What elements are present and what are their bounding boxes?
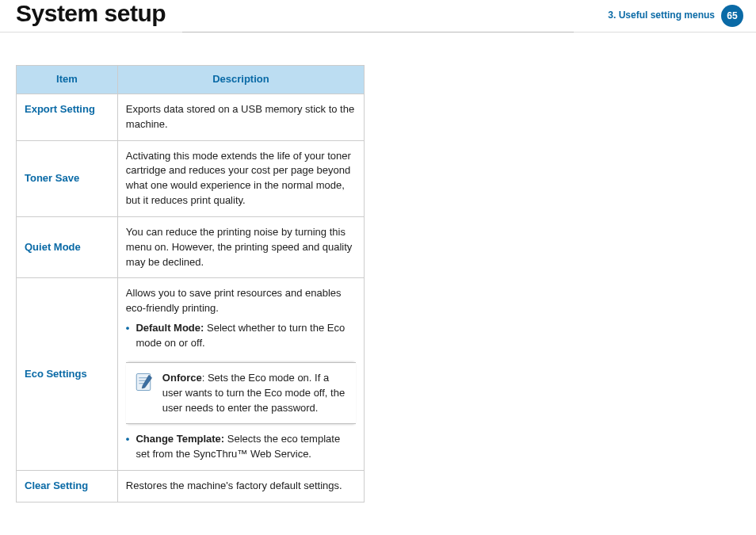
page-root: System setup 3. Useful setting menus 65 … — [0, 0, 756, 535]
table-row: Export Setting Exports data stored on a … — [17, 94, 365, 140]
item-cell-quiet: Quiet Mode — [17, 216, 118, 278]
table-row: Toner Save Activating this mode extends … — [17, 140, 365, 216]
eco-change-label: Change Template: — [136, 433, 224, 445]
item-cell-export: Export Setting — [17, 94, 118, 140]
desc-cell-toner: Activating this mode extends the life of… — [117, 140, 364, 216]
eco-bullet-default: • Default Mode: Select whether to turn t… — [126, 321, 356, 351]
col-header-description: Description — [117, 66, 364, 94]
eco-default-text: Default Mode: Select whether to turn the… — [136, 321, 356, 351]
eco-bullet-change: • Change Template: Selects the eco templ… — [126, 432, 356, 462]
table-row: Clear Setting Restores the machine's fac… — [17, 471, 365, 503]
header: System setup 3. Useful setting menus 65 — [0, 0, 756, 32]
eco-intro: Allows you to save print resources and e… — [126, 286, 356, 316]
page-number-badge: 65 — [721, 5, 743, 27]
col-header-item: Item — [17, 66, 118, 94]
bullet-icon: • — [126, 321, 132, 351]
item-cell-clear: Clear Setting — [17, 471, 118, 503]
desc-cell-export: Exports data stored on a USB memory stic… — [117, 94, 364, 140]
page-title: System setup — [16, 0, 166, 27]
note-icon — [132, 371, 155, 393]
breadcrumb: 3. Useful setting menus — [608, 10, 715, 21]
note-box: Onforce: Sets the Eco mode on. If a user… — [126, 362, 356, 425]
item-cell-toner: Toner Save — [17, 140, 118, 216]
note-label: Onforce — [162, 372, 202, 384]
header-divider — [182, 31, 574, 32]
settings-table: Item Description Export Setting Exports … — [16, 65, 365, 503]
table-row: Eco Settings Allows you to save print re… — [17, 278, 365, 471]
eco-change-text: Change Template: Selects the eco templat… — [136, 432, 356, 462]
eco-default-label: Default Mode: — [136, 322, 204, 334]
item-cell-eco: Eco Settings — [17, 278, 118, 471]
bullet-icon: • — [126, 432, 132, 462]
desc-cell-clear: Restores the machine's factory default s… — [117, 471, 364, 503]
note-text: Onforce: Sets the Eco mode on. If a user… — [162, 371, 348, 416]
desc-cell-quiet: You can reduce the printing noise by tur… — [117, 216, 364, 278]
table-row: Quiet Mode You can reduce the printing n… — [17, 216, 365, 278]
desc-cell-eco: Allows you to save print resources and e… — [117, 278, 364, 471]
